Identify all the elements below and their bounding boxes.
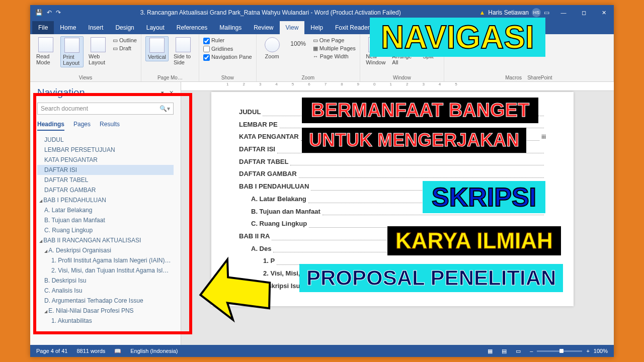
heading-item[interactable]: A. Deskripsi Organisasi <box>37 245 174 255</box>
heading-item[interactable]: 1. Akuntabilitas <box>37 316 174 326</box>
view-read-icon[interactable]: ▤ <box>502 348 507 354</box>
close-button[interactable]: ✕ <box>594 5 614 20</box>
read-mode-button[interactable]: Read Mode <box>34 36 57 66</box>
redo-icon[interactable]: ↷ <box>56 9 61 16</box>
document-title: 3. Rancangan Aktualisasi Grand Park_Ratn… <box>66 9 475 16</box>
vertical-button[interactable]: Vertical <box>145 36 169 61</box>
warning-icon: ▲ <box>479 9 485 16</box>
page-width-button[interactable]: ↔ Page Width <box>313 53 356 59</box>
zoom-slider[interactable]: –+ 100% <box>530 348 608 354</box>
view-web-icon[interactable]: ▭ <box>516 348 521 354</box>
tab-mailings[interactable]: Mailings <box>213 21 248 34</box>
heading-item[interactable]: BAB I PENDAHULUAN <box>37 195 174 205</box>
overlay-skripsi: SKRIPSI <box>423 181 545 213</box>
group-zoom: Zoom 100% ▭ One Page ▦ Multiple Pages ↔ … <box>257 34 360 81</box>
page-indicator[interactable]: Page 4 of 41 <box>36 348 67 354</box>
language-indicator[interactable]: English (Indonesia) <box>130 348 178 354</box>
user-name: Haris Setiawan <box>488 9 529 16</box>
tab-view[interactable]: View <box>280 21 305 34</box>
zoom-button[interactable]: Zoom <box>261 36 284 60</box>
tab-design[interactable]: Design <box>109 21 140 34</box>
navigation-pane: Navigation ▾ ✕ Search document 🔍▾ Headin… <box>30 82 181 345</box>
group-show: Ruler Gridlines Navigation Pane Show <box>199 34 257 81</box>
multiple-pages-button[interactable]: ▦ Multiple Pages <box>313 45 356 52</box>
ribbon-options-icon[interactable]: ▭ <box>544 9 549 16</box>
heading-item[interactable]: DAFTAR TABEL <box>37 175 174 185</box>
hundred-percent-button[interactable]: 100% <box>287 36 310 48</box>
nav-search-placeholder: Search document <box>41 105 88 112</box>
one-page-button[interactable]: ▭ One Page <box>313 37 356 44</box>
heading-item[interactable]: KATA PENGANTAR <box>37 155 174 165</box>
nav-tab-pages[interactable]: Pages <box>73 121 91 131</box>
group-label: Zoom <box>261 74 356 80</box>
tab-review[interactable]: Review <box>248 21 279 34</box>
overlay-line2: UNTUK MENGERJAKAN <box>302 128 526 153</box>
overlay-line1: BERMANFAAT BANGET <box>302 98 538 123</box>
ruler-checkbox[interactable]: Ruler <box>203 37 252 44</box>
search-icon: 🔍▾ <box>159 105 170 112</box>
navigation-pane-checkbox[interactable]: Navigation Pane <box>203 54 252 61</box>
minimize-button[interactable]: — <box>553 5 574 20</box>
heading-item[interactable]: B. Deskripsi Isu <box>37 276 174 286</box>
draft-button[interactable]: ▭ Draft <box>113 45 137 52</box>
nav-search-input[interactable]: Search document 🔍▾ <box>37 103 174 115</box>
group-label: Page Mo… <box>145 74 195 80</box>
zoom-percent[interactable]: 100% <box>594 348 608 354</box>
nav-tab-results[interactable]: Results <box>100 121 120 131</box>
maximize-button[interactable]: ◻ <box>574 5 594 20</box>
web-layout-button[interactable]: Web Layout <box>87 36 110 66</box>
tab-layout[interactable]: Layout <box>140 21 171 34</box>
tab-file[interactable]: File <box>32 21 54 34</box>
save-icon[interactable]: 💾 <box>35 9 43 16</box>
heading-item[interactable]: 1. Profil Institut Agama Islam Negeri (I… <box>37 255 174 265</box>
overlay-karya: KARYA ILMIAH <box>387 226 561 255</box>
tab-insert[interactable]: Insert <box>82 21 109 34</box>
heading-item[interactable]: 2. Visi, Misi, dan Tujuan Institut Agama… <box>37 265 174 276</box>
status-bar: Page 4 of 41 8811 words 📖 English (Indon… <box>30 345 614 357</box>
heading-item[interactable]: DAFTAR GAMBAR <box>37 185 174 195</box>
tab-help[interactable]: Help <box>304 21 329 34</box>
heading-item[interactable]: LEMBAR PERSETUJUAN <box>37 145 174 155</box>
group-label: Window <box>364 74 440 80</box>
heading-item[interactable]: C. Ruang Lingkup <box>37 225 174 235</box>
nav-tabs: Headings Pages Results <box>37 121 174 131</box>
tab-references[interactable]: References <box>171 21 213 34</box>
group-page-movement: Vertical Side to Side Page Mo… <box>141 34 199 81</box>
outline-button[interactable]: ▭ Outline <box>113 37 137 44</box>
overlay-navigasi: NAVIGASI <box>370 18 545 57</box>
nav-menu-icon[interactable]: ▾ <box>161 89 164 96</box>
overlay-proposal: PROPOSAL PENELITIAN <box>299 264 563 292</box>
quick-access-toolbar: 💾 ↶ ↷ <box>30 9 66 16</box>
spell-check-icon[interactable]: 📖 <box>114 348 121 354</box>
heading-item[interactable]: B. Tujuan dan Manfaat <box>37 215 174 225</box>
horizontal-ruler[interactable]: 123456789012345 <box>181 82 614 91</box>
avatar[interactable]: HS <box>532 8 541 17</box>
undo-icon[interactable]: ↶ <box>47 9 52 16</box>
tab-home[interactable]: Home <box>54 21 82 34</box>
window-buttons: — ◻ ✕ <box>553 5 614 20</box>
heading-item[interactable]: E. Nilai-Nilai Dasar Profesi PNS <box>37 306 174 316</box>
nav-tab-headings[interactable]: Headings <box>37 121 64 131</box>
heading-item[interactable]: C. Analisis Isu <box>37 286 174 296</box>
word-count[interactable]: 8811 words <box>76 348 105 354</box>
nav-close-icon[interactable]: ✕ <box>169 89 174 96</box>
nav-title: Navigation <box>37 87 85 99</box>
heading-item[interactable]: BAB II RANCANGAN AKTUALISASI <box>37 235 174 245</box>
group-label: Show <box>203 74 252 80</box>
gridlines-checkbox[interactable]: Gridlines <box>203 46 252 53</box>
heading-item[interactable]: A. Latar Belakang <box>37 205 174 215</box>
view-print-icon[interactable]: ▦ <box>488 348 493 354</box>
heading-item[interactable]: JUDUL <box>37 135 174 145</box>
side-to-side-button[interactable]: Side to Side <box>172 36 195 66</box>
headings-tree: JUDULLEMBAR PERSETUJUANKATA PENGANTARDAF… <box>37 135 174 340</box>
group-views: Read Mode Print Layout Web Layout ▭ Outl… <box>30 34 141 81</box>
print-layout-button[interactable]: Print Layout <box>60 36 84 67</box>
group-label: Views <box>34 74 137 80</box>
heading-item[interactable]: DAFTAR ISI <box>37 165 174 175</box>
user-area: ▲ Haris Setiawan HS ▭ <box>475 8 553 17</box>
heading-item[interactable]: D. Argumentasi Terhadap Core Issue <box>37 296 174 306</box>
